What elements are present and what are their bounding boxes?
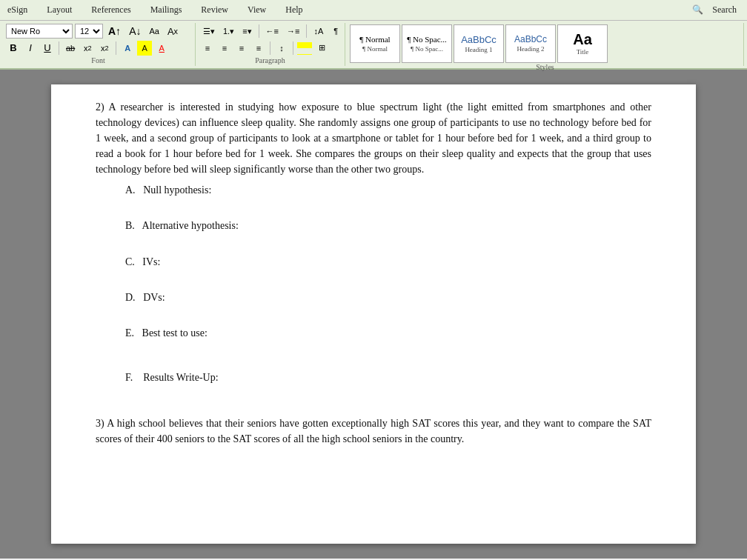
item-d: D. DVs: bbox=[125, 290, 651, 305]
bold-button[interactable]: B bbox=[6, 41, 21, 56]
menu-layout[interactable]: Layout bbox=[44, 3, 75, 17]
menu-review[interactable]: Review bbox=[198, 3, 231, 17]
item-a-title: Null hypothesis: bbox=[143, 184, 211, 196]
item-f: F. Results Write-Up: bbox=[125, 370, 651, 385]
style-h2-button[interactable]: AaBbCc Heading 2 bbox=[505, 24, 556, 63]
increase-indent-button[interactable]: →≡ bbox=[284, 24, 302, 39]
style-title-preview: Aa bbox=[573, 32, 592, 47]
item-a: A. Null hypothesis: bbox=[125, 183, 651, 198]
paragraph-group: ☰▾ 1.▾ ≡▾ ←≡ →≡ ↕A ¶ ≡ ≡ ≡ ≡ ↕ ⊞ Paragra… bbox=[197, 23, 345, 66]
search-button[interactable]: 🔍 Search bbox=[686, 1, 743, 19]
item-d-title: DVs: bbox=[143, 292, 165, 303]
search-icon: 🔍 bbox=[689, 3, 706, 17]
item-b-label: B. bbox=[125, 220, 140, 231]
bullets-button[interactable]: ☰▾ bbox=[200, 24, 218, 39]
change-case-button[interactable]: Aa bbox=[146, 24, 162, 39]
clear-format-button[interactable]: Ax bbox=[165, 24, 181, 39]
item-f-title: Results Write-Up: bbox=[143, 372, 218, 383]
italic-button[interactable]: I bbox=[23, 41, 38, 56]
item-e-label: E. bbox=[125, 327, 139, 339]
style-h2-preview: AaBbCc bbox=[514, 35, 547, 44]
separator2 bbox=[116, 41, 116, 55]
style-h1-preview: AaBbCc bbox=[461, 35, 497, 44]
align-left-button[interactable]: ≡ bbox=[200, 41, 215, 56]
para-row1: ☰▾ 1.▾ ≡▾ ←≡ →≡ ↕A ¶ bbox=[200, 23, 343, 40]
styles-group: ¶ Normal ¶ Normal ¶ No Spac... ¶ No Spac… bbox=[347, 23, 744, 66]
style-title-button[interactable]: Aa Title bbox=[557, 24, 608, 63]
style-h1-button[interactable]: AaBbCc Heading 1 bbox=[454, 24, 504, 63]
item-e-title: Best test to use: bbox=[142, 327, 208, 339]
menu-references[interactable]: References bbox=[88, 3, 133, 17]
separator bbox=[59, 41, 59, 55]
sep4 bbox=[306, 24, 307, 38]
font-row1: New Ro 12 A↑ A↓ Aa Ax bbox=[6, 23, 181, 40]
style-nospace-preview: ¶ No Spac... bbox=[407, 36, 447, 44]
style-normal-button[interactable]: ¶ Normal ¶ Normal bbox=[350, 24, 400, 63]
item-c: C. IVs: bbox=[125, 255, 651, 270]
question-3-block: 3) A high school believes that their sen… bbox=[96, 416, 651, 447]
item-b-title: Alternative hypothesis: bbox=[142, 220, 239, 231]
document-page[interactable]: 2) A researcher is interested in studyin… bbox=[51, 84, 696, 544]
question-3-text: 3) A high school believes that their sen… bbox=[96, 416, 651, 447]
text-effects-button[interactable]: A bbox=[120, 41, 135, 56]
item-f-label: F. bbox=[125, 372, 141, 383]
font-group-label: Font bbox=[6, 56, 190, 64]
font-row2: B I U ab x2 x2 A A A bbox=[6, 40, 169, 57]
paragraph-group-label: Paragraph bbox=[200, 56, 340, 64]
item-b: B. Alternative hypothesis: bbox=[125, 219, 651, 233]
font-size-select[interactable]: 12 bbox=[75, 24, 103, 39]
shading-button[interactable] bbox=[297, 41, 312, 55]
menu-esign[interactable]: eSign bbox=[4, 3, 30, 17]
menu-help[interactable]: Help bbox=[282, 3, 305, 17]
shrink-font-button[interactable]: A↓ bbox=[126, 24, 144, 39]
strikethrough-button[interactable]: ab bbox=[63, 41, 78, 56]
numbering-button[interactable]: 1.▾ bbox=[220, 24, 237, 39]
borders-button[interactable]: ⊞ bbox=[314, 41, 329, 56]
para-row2: ≡ ≡ ≡ ≡ ↕ ⊞ bbox=[200, 40, 329, 57]
style-normal-label: ¶ Normal bbox=[362, 45, 388, 53]
font-color-button[interactable]: A bbox=[154, 41, 169, 56]
multilevel-button[interactable]: ≡▾ bbox=[239, 24, 254, 39]
sep6 bbox=[293, 41, 293, 55]
font-group: New Ro 12 A↑ A↓ Aa Ax B I U ab x2 x2 A A… bbox=[3, 23, 196, 66]
align-right-button[interactable]: ≡ bbox=[234, 41, 249, 56]
style-title-label: Title bbox=[577, 48, 589, 56]
menu-mailings[interactable]: Mailings bbox=[147, 3, 185, 17]
item-a-label: A. bbox=[125, 184, 141, 196]
sort-button[interactable]: ↕A bbox=[311, 24, 326, 39]
ribbon-main: New Ro 12 A↑ A↓ Aa Ax B I U ab x2 x2 A A… bbox=[0, 21, 747, 70]
justify-button[interactable]: ≡ bbox=[251, 41, 266, 56]
align-center-button[interactable]: ≡ bbox=[217, 41, 232, 56]
sep5 bbox=[270, 41, 270, 55]
style-nospace-label: ¶ No Spac... bbox=[411, 45, 443, 53]
underline-button[interactable]: U bbox=[40, 41, 55, 56]
style-h2-label: Heading 2 bbox=[517, 45, 544, 53]
sep3 bbox=[259, 24, 259, 38]
line-spacing-button[interactable]: ↕ bbox=[274, 41, 289, 56]
top-menu-bar: eSign Layout References Mailings Review … bbox=[0, 0, 747, 21]
text-highlight-button[interactable]: A bbox=[137, 41, 152, 56]
alpha-list-q2: A. Null hypothesis: B. Alternative hypot… bbox=[125, 183, 651, 386]
question-2-block: 2) A researcher is interested in studyin… bbox=[96, 99, 651, 386]
font-family-select[interactable]: New Ro bbox=[6, 24, 73, 39]
document-container: 2) A researcher is interested in studyin… bbox=[0, 70, 747, 559]
superscript-button[interactable]: x2 bbox=[97, 41, 112, 56]
item-c-label: C. bbox=[125, 256, 140, 267]
subscript-button[interactable]: x2 bbox=[80, 41, 95, 56]
styles-group-label: Styles bbox=[350, 63, 740, 71]
style-h1-label: Heading 1 bbox=[465, 46, 492, 53]
style-nospace-button[interactable]: ¶ No Spac... ¶ No Spac... bbox=[402, 24, 452, 63]
item-e: E. Best test to use: bbox=[125, 326, 651, 341]
question-2-text: 2) A researcher is interested in studyin… bbox=[96, 99, 651, 177]
decrease-indent-button[interactable]: ←≡ bbox=[263, 24, 282, 39]
styles-row: ¶ Normal ¶ Normal ¶ No Spac... ¶ No Spac… bbox=[350, 24, 608, 63]
menu-view[interactable]: View bbox=[245, 3, 269, 17]
grow-font-button[interactable]: A↑ bbox=[105, 24, 124, 39]
show-formatting-button[interactable]: ¶ bbox=[328, 24, 343, 39]
item-c-title: IVs: bbox=[142, 256, 160, 267]
item-d-label: D. bbox=[125, 292, 141, 303]
style-normal-preview: ¶ Normal bbox=[359, 36, 390, 44]
